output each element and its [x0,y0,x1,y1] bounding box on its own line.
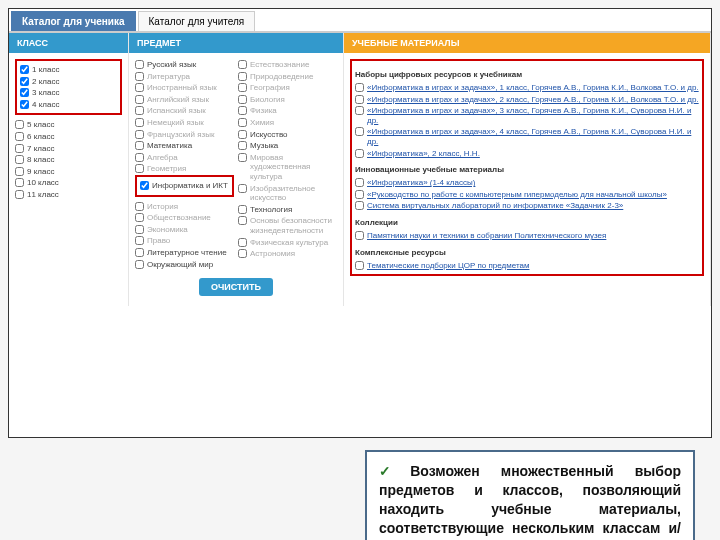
filter-checkbox[interactable]: Искусство [238,129,337,141]
checkbox-input[interactable] [135,95,144,104]
checkbox-input[interactable] [355,178,364,187]
filter-checkbox[interactable]: Музыка [238,140,337,152]
checkbox-input[interactable] [135,106,144,115]
checkbox-input[interactable] [15,144,24,153]
filter-checkbox[interactable]: Мировая художественная культура [238,152,337,183]
filter-checkbox[interactable]: Французский язык [135,129,234,141]
filter-checkbox[interactable]: Английский язык [135,94,234,106]
checkbox-input[interactable] [135,141,144,150]
filter-checkbox[interactable]: Технология [238,204,337,216]
checkbox-input[interactable] [15,190,24,199]
filter-checkbox[interactable]: 1 класс [20,64,117,76]
material-item[interactable]: Система виртуальных лабораторий по инфор… [355,200,699,212]
checkbox-input[interactable] [355,95,364,104]
checkbox-input[interactable] [355,127,364,136]
filter-checkbox[interactable]: 7 класс [15,143,122,155]
checkbox-input[interactable] [135,83,144,92]
material-item[interactable]: «Информатика в играх и задачах», 2 класс… [355,94,699,106]
filter-checkbox[interactable]: Литературное чтение [135,247,234,259]
checkbox-input[interactable] [135,72,144,81]
checkbox-input[interactable] [15,132,24,141]
checkbox-input[interactable] [238,60,247,69]
checkbox-input[interactable] [135,130,144,139]
checkbox-input[interactable] [238,238,247,247]
checkbox-input[interactable] [15,167,24,176]
checkbox-input[interactable] [355,83,364,92]
filter-checkbox[interactable]: Изобразительное искусство [238,183,337,204]
filter-checkbox[interactable]: Физическая культура [238,237,337,249]
checkbox-input[interactable] [135,202,144,211]
checkbox-input[interactable] [355,201,364,210]
material-item[interactable]: «Информатика в играх и задачах», 3 класс… [355,105,699,126]
material-item[interactable]: «Информатика в играх и задачах», 4 класс… [355,126,699,147]
checkbox-input[interactable] [238,205,247,214]
filter-checkbox[interactable]: Астрономия [238,248,337,260]
checkbox-input[interactable] [135,248,144,257]
clear-button[interactable]: ОЧИСТИТЬ [199,278,273,296]
checkbox-input[interactable] [238,184,247,193]
filter-checkbox[interactable]: Геометрия [135,163,234,175]
checkbox-input[interactable] [238,141,247,150]
checkbox-input[interactable] [135,164,144,173]
filter-checkbox[interactable]: 5 класс [15,119,122,131]
material-item[interactable]: «Руководство по работе с компьютерным ги… [355,189,699,201]
tab-student-catalog[interactable]: Каталог для ученика [11,11,136,31]
filter-checkbox[interactable]: Алгебра [135,152,234,164]
filter-checkbox[interactable]: Иностранный язык [135,82,234,94]
filter-checkbox[interactable]: Немецкий язык [135,117,234,129]
subject-checkbox[interactable]: Информатика и ИКТ [140,180,229,192]
checkbox-input[interactable] [15,178,24,187]
filter-checkbox[interactable]: 3 класс [20,87,117,99]
material-item[interactable]: «Информатика», 2 класс, Н.Н. [355,148,699,160]
checkbox-input[interactable] [238,106,247,115]
filter-checkbox[interactable]: Физика [238,105,337,117]
checkbox-input[interactable] [238,216,247,225]
checkbox-input[interactable] [135,236,144,245]
filter-checkbox[interactable]: Русский язык [135,59,234,71]
checkbox-input[interactable] [135,60,144,69]
filter-checkbox[interactable]: 6 класс [15,131,122,143]
checkbox-input[interactable] [135,153,144,162]
filter-checkbox[interactable]: История [135,201,234,213]
filter-checkbox[interactable]: 8 класс [15,154,122,166]
filter-checkbox[interactable]: Обществознание [135,212,234,224]
filter-checkbox[interactable]: Основы безопасности жизнедеятельности [238,215,337,236]
filter-checkbox[interactable]: Математика [135,140,234,152]
checkbox-input[interactable] [355,231,364,240]
checkbox-input[interactable] [20,88,29,97]
filter-checkbox[interactable]: Природоведение [238,71,337,83]
checkbox-input[interactable] [355,149,364,158]
checkbox-input[interactable] [238,130,247,139]
checkbox-input[interactable] [238,83,247,92]
checkbox-input[interactable] [355,190,364,199]
filter-checkbox[interactable]: Химия [238,117,337,129]
checkbox-input[interactable] [15,155,24,164]
checkbox-input[interactable] [238,153,247,162]
filter-checkbox[interactable]: Испанский язык [135,105,234,117]
filter-checkbox[interactable]: Биология [238,94,337,106]
filter-checkbox[interactable]: Естествознание [238,59,337,71]
checkbox-input[interactable] [135,225,144,234]
checkbox-input[interactable] [355,106,364,115]
checkbox-input[interactable] [20,65,29,74]
checkbox-input[interactable] [135,260,144,269]
filter-checkbox[interactable]: Окружающий мир [135,259,234,271]
filter-checkbox[interactable]: Экономика [135,224,234,236]
checkbox-input[interactable] [238,118,247,127]
filter-checkbox[interactable]: 9 класс [15,166,122,178]
filter-checkbox[interactable]: Литература [135,71,234,83]
checkbox-input[interactable] [135,118,144,127]
checkbox-input[interactable] [238,249,247,258]
checkbox-input[interactable] [20,77,29,86]
checkbox-input[interactable] [238,95,247,104]
material-item[interactable]: «Информатика в играх и задачах», 1 класс… [355,82,699,94]
checkbox-input[interactable] [140,181,149,190]
filter-checkbox[interactable]: 2 класс [20,76,117,88]
checkbox-input[interactable] [238,72,247,81]
material-item[interactable]: Тематические подборки ЦОР по предметам [355,260,699,272]
filter-checkbox[interactable]: География [238,82,337,94]
material-item[interactable]: «Информатика» (1-4 классы) [355,177,699,189]
filter-checkbox[interactable]: Право [135,235,234,247]
material-item[interactable]: Памятники науки и техники в собрании Пол… [355,230,699,242]
tab-teacher-catalog[interactable]: Каталог для учителя [138,11,256,31]
